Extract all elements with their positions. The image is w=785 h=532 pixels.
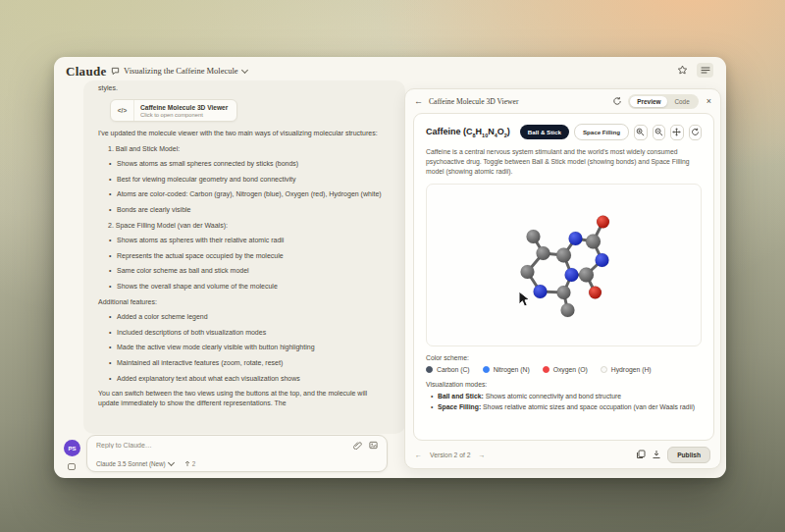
- refresh-icon[interactable]: [612, 96, 622, 106]
- tab-code[interactable]: Code: [667, 96, 696, 107]
- move-button[interactable]: [670, 125, 683, 140]
- square-icon[interactable]: [68, 463, 76, 470]
- artifact-panel-title: Caffeine Molecule 3D Viewer: [429, 97, 518, 106]
- color-scheme-label: Color scheme:: [426, 354, 702, 361]
- message-line: Additional features:: [98, 297, 390, 307]
- message-line: Added a color scheme legend: [117, 312, 390, 322]
- molecule-description: Caffeine is a central nervous system sti…: [426, 147, 702, 177]
- molecule-viewport[interactable]: [426, 184, 702, 346]
- code-icon: </>: [111, 100, 134, 121]
- message-line: Maintained all interactive features (zoo…: [117, 358, 390, 368]
- chevron-down-icon: [168, 459, 175, 466]
- version-indicator: Version 2 of 2: [430, 452, 471, 458]
- artifact-card[interactable]: </> Caffeine Molecule 3D Viewer Click to…: [110, 99, 237, 122]
- legend-item: Carbon (C): [426, 366, 470, 373]
- ball-stick-button[interactable]: Ball & Stick: [520, 125, 569, 139]
- star-icon[interactable]: [677, 65, 688, 76]
- color-legend: Carbon (C)Nitrogen (N)Oxygen (O)Hydrogen…: [426, 366, 702, 373]
- zoom-out-button[interactable]: [653, 125, 665, 140]
- mouse-cursor: [517, 291, 533, 308]
- chat-title-text: Visualizing the Caffeine Molecule: [124, 66, 238, 76]
- chevron-down-icon: [241, 66, 248, 73]
- zoom-in-button[interactable]: [634, 125, 647, 140]
- message-line: Shows the overall shape and volume of th…: [117, 282, 390, 292]
- legend-item: Nitrogen (N): [483, 366, 530, 373]
- legend-dot-icon: [483, 366, 490, 373]
- message-line: Best for viewing molecular geometry and …: [117, 175, 390, 185]
- message-line: Included descriptions of both visualizat…: [117, 328, 390, 338]
- message-line: 2. Space Filling Model (van der Waals):: [108, 221, 390, 231]
- message-line: I've updated the molecule viewer with th…: [98, 129, 390, 138]
- message-line: Bonds are clearly visible: [117, 205, 390, 215]
- message-line: Atoms are color-coded: Carbon (gray), Ni…: [117, 189, 390, 199]
- space-filling-button[interactable]: Space Filling: [574, 124, 629, 140]
- chat-title-menu[interactable]: Visualizing the Caffeine Molecule: [111, 66, 247, 76]
- download-icon[interactable]: [652, 450, 661, 459]
- legend-item: Oxygen (O): [543, 366, 588, 373]
- preview-code-toggle: Preview Code: [628, 94, 698, 109]
- legend-dot-icon: [426, 366, 433, 373]
- screenshot-icon[interactable]: [369, 441, 378, 450]
- message-line: Shows atoms as small spheres connected b…: [117, 159, 390, 169]
- message-line: Represents the actual space occupied by …: [117, 251, 390, 261]
- sidebar-toggle-icon[interactable]: [697, 63, 713, 78]
- paperclip-icon[interactable]: [353, 441, 362, 450]
- viz-modes-list: Ball and Stick: Shows atomic connectivit…: [426, 392, 702, 412]
- chat-scroll-area[interactable]: styles. </> Caffeine Molecule 3D Viewer …: [83, 80, 405, 434]
- tab-preview[interactable]: Preview: [630, 96, 667, 107]
- message-line: Made the active view mode clearly visibl…: [117, 343, 390, 352]
- artifact-content: Caffeine (C8H10N4O2) Ball & Stick Space …: [413, 113, 714, 441]
- legend-dot-icon: [601, 366, 607, 373]
- artifact-panel: ← Caffeine Molecule 3D Viewer Preview Co…: [404, 88, 721, 469]
- reply-composer: Claude 3.5 Sonnet (New) 2: [86, 435, 388, 472]
- previous-message-fragment: styles.: [98, 84, 393, 91]
- chat-bubble-icon: [111, 67, 120, 76]
- message-line: Same color scheme as ball and stick mode…: [117, 266, 390, 276]
- legend-item: Hydrogen (H): [601, 366, 652, 373]
- reset-view-button[interactable]: [689, 125, 702, 140]
- message-line: Added explanatory text about what each v…: [117, 374, 390, 384]
- message-line: Shows atoms as spheres with their relati…: [117, 236, 390, 245]
- reply-input[interactable]: [96, 442, 346, 449]
- close-icon[interactable]: ×: [706, 96, 711, 106]
- viz-modes-label: Visualization modes:: [426, 381, 702, 388]
- publish-button[interactable]: Publish: [667, 447, 710, 463]
- claude-logo: Claude: [66, 64, 107, 80]
- viz-mode-line: Ball and Stick: Shows atomic connectivit…: [438, 392, 702, 402]
- copy-icon[interactable]: [636, 450, 646, 459]
- message-counter: 2: [192, 460, 196, 467]
- molecule-title: Caffeine (C8H10N4O2): [426, 127, 510, 138]
- message-blocks: I've updated the molecule viewer with th…: [98, 129, 393, 408]
- viz-mode-line: Space Filling: Shows relative atomic siz…: [438, 402, 702, 413]
- artifact-card-title: Caffeine Molecule 3D Viewer: [140, 104, 228, 111]
- arrow-up-icon: [184, 460, 190, 467]
- version-next-icon[interactable]: →: [479, 452, 486, 458]
- message-line: 1. Ball and Stick Model:: [108, 144, 390, 154]
- message-line: You can switch between the two views usi…: [98, 389, 390, 408]
- version-prev-icon[interactable]: ←: [415, 452, 422, 458]
- back-arrow-icon[interactable]: ←: [414, 96, 423, 106]
- model-selector[interactable]: Claude 3.5 Sonnet (New): [96, 460, 166, 467]
- legend-dot-icon: [543, 366, 550, 373]
- artifact-card-subtitle: Click to open component: [140, 112, 228, 118]
- app-window: Claude Visualizing the Caffeine Molecule…: [54, 57, 726, 478]
- user-avatar: PS: [64, 440, 80, 456]
